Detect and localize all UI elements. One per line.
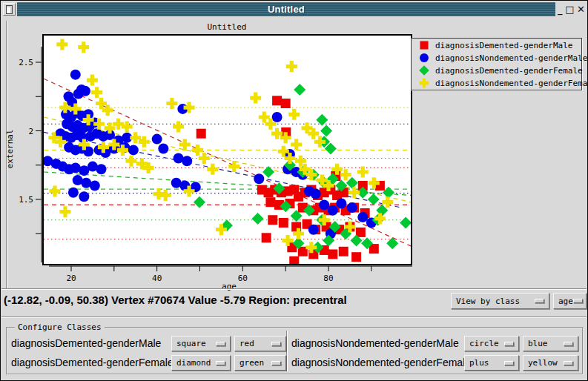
color-dropdown-demented-female[interactable]: green [234, 355, 286, 371]
legend-label: diagnosisDemented-genderMale [435, 41, 572, 50]
axis-dropdown[interactable]: age [553, 293, 587, 309]
view-by-dropdown[interactable]: View by class [451, 293, 549, 309]
option-menu-indicator-icon [564, 361, 573, 365]
shape-dropdown-nondemented-female[interactable]: plus [464, 355, 519, 371]
shape-dropdown-demented-male[interactable]: square [171, 336, 231, 351]
svg-text:age: age [222, 282, 237, 291]
view-by-dropdown-label: View by class [456, 296, 520, 306]
minimize-icon[interactable]: _ [558, 3, 563, 16]
option-menu-indicator-icon [216, 342, 225, 346]
document-icon [6, 5, 13, 14]
legend-item: diagnosisDemented-genderFemale [418, 64, 581, 76]
vertex-status-text: (-12.82, -0.09, 50.38) Vertex #70674 Val… [4, 291, 441, 309]
scatter-plot-canvas[interactable]: 2.521.520406080Untitledageexternal [1, 17, 416, 291]
app-window: Untitled _ □ ✕ 2.521.520406080Untitledag… [0, 0, 588, 381]
maximize-icon[interactable]: □ [565, 3, 574, 16]
svg-text:Untitled: Untitled [208, 22, 247, 32]
option-menu-indicator-icon [271, 342, 281, 346]
option-menu-indicator-icon [216, 361, 225, 365]
shape-dropdown-label: diamond [176, 358, 211, 368]
legend-label: diagnosisNondemented-genderFemale [435, 79, 588, 88]
svg-text:2.5: 2.5 [19, 58, 33, 67]
legend: diagnosisDemented-genderMale diagnosisNo… [411, 38, 582, 90]
color-dropdown-label: green [240, 358, 264, 368]
color-dropdown-label: yellow [528, 358, 558, 368]
shape-dropdown-label: circle [469, 339, 499, 348]
separator [1, 317, 587, 318]
shape-dropdown-label: square [176, 339, 206, 348]
svg-text:external: external [5, 130, 15, 169]
option-menu-indicator-icon [504, 342, 514, 346]
window-menu-button[interactable] [3, 3, 16, 16]
window-controls: _ □ ✕ [555, 2, 587, 16]
legend-item: diagnosisNondemented-genderFemale [418, 77, 581, 89]
svg-text:60: 60 [238, 274, 248, 283]
window-titlebar[interactable]: Untitled [17, 2, 555, 16]
option-menu-indicator-icon [504, 361, 514, 365]
legend-item: diagnosisNondemented-genderMale [418, 52, 581, 64]
option-menu-indicator-icon [573, 299, 583, 303]
option-menu-indicator-icon [535, 299, 544, 303]
svg-text:80: 80 [323, 274, 333, 283]
svg-text:20: 20 [66, 274, 76, 283]
legend-label: diagnosisDemented-genderFemale [435, 66, 583, 76]
svg-text:40: 40 [152, 274, 162, 283]
legend-label: diagnosisNondemented-genderMale [435, 53, 587, 63]
axis-dropdown-label: age [558, 296, 573, 306]
shape-dropdown-demented-female[interactable]: diamond [171, 355, 231, 371]
color-dropdown-demented-male[interactable]: red [234, 336, 286, 351]
option-menu-indicator-icon [564, 342, 573, 346]
shape-dropdown-label: plus [469, 358, 489, 368]
color-dropdown-nondemented-male[interactable]: blue [523, 336, 578, 351]
svg-text:2: 2 [28, 127, 33, 136]
class-label-demented-female: diagnosisDemented-genderFemale [11, 355, 174, 371]
class-label-nondemented-female: diagnosisNondemented-genderFemale [291, 355, 471, 371]
green-diamond-icon [418, 64, 430, 76]
separator [1, 288, 587, 290]
class-label-nondemented-male: diagnosisNondemented-genderMale [291, 336, 459, 351]
blue-circle-icon [418, 52, 430, 64]
configure-classes-title: Configure Classes [15, 322, 105, 332]
color-dropdown-label: blue [528, 339, 548, 348]
option-menu-indicator-icon [271, 361, 281, 365]
window-title: Untitled [268, 2, 305, 16]
red-square-icon [418, 39, 430, 51]
class-label-demented-male: diagnosisDemented-genderMale [11, 336, 161, 351]
configure-divider [286, 331, 288, 371]
configure-classes-frame: Configure Classes diagnosisDemented-gend… [6, 327, 584, 375]
shape-dropdown-nondemented-male[interactable]: circle [464, 336, 519, 351]
close-icon[interactable]: ✕ [577, 3, 585, 16]
color-dropdown-label: red [240, 339, 254, 348]
color-dropdown-nondemented-female[interactable]: yellow [523, 355, 578, 371]
legend-item: diagnosisDemented-genderMale [418, 39, 581, 51]
svg-text:1.5: 1.5 [19, 195, 33, 205]
yellow-plus-icon [418, 77, 430, 89]
